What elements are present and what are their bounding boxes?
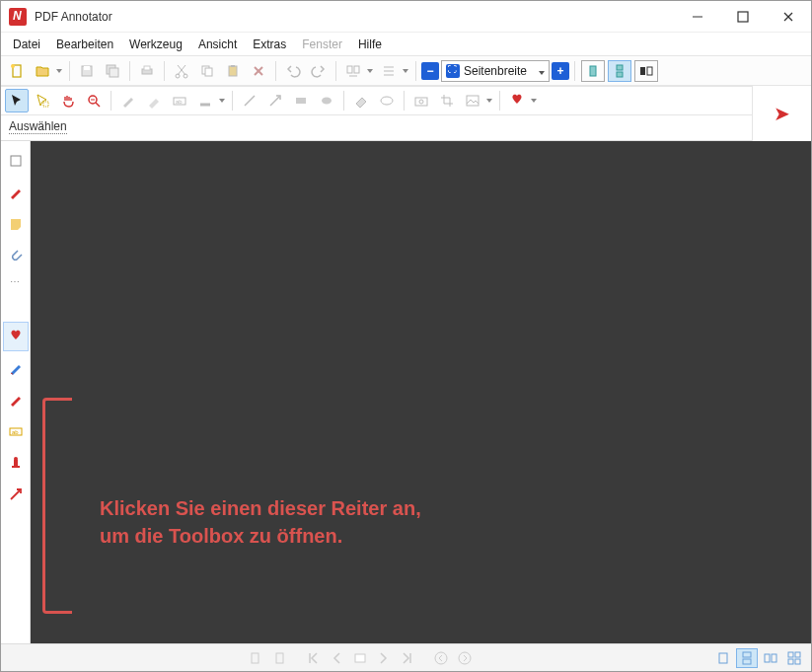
first-page-button[interactable] — [302, 648, 324, 668]
favorites-dropdown[interactable] — [529, 99, 539, 103]
svg-point-44 — [419, 100, 423, 104]
sidebar-tab-attachment[interactable] — [3, 241, 29, 270]
paste-button[interactable] — [221, 59, 245, 83]
nav-forward-button[interactable] — [454, 648, 476, 668]
svg-rect-66 — [795, 659, 800, 664]
find-button[interactable] — [341, 59, 365, 83]
crop-button[interactable] — [435, 89, 459, 112]
view-two-continuous-button[interactable] — [783, 648, 805, 668]
tool-description: Auswählen — [1, 115, 752, 141]
svg-rect-64 — [795, 652, 800, 657]
open-dropdown[interactable] — [54, 69, 64, 73]
sidebar-tab-stamp[interactable] — [3, 448, 29, 478]
redo-button[interactable] — [307, 59, 331, 83]
svg-rect-11 — [144, 66, 150, 70]
line-tool-button[interactable] — [238, 89, 261, 112]
zoom-tool-button[interactable] — [82, 89, 106, 112]
underline-dropdown[interactable] — [217, 99, 227, 103]
delete-button[interactable] — [247, 59, 270, 83]
snapshot-button[interactable] — [409, 89, 433, 112]
document-canvas[interactable]: Klicken Sie einen dieser Reiter an, um d… — [31, 141, 811, 643]
sidebar-tab-checkbox[interactable] — [3, 146, 29, 176]
pan-tool-button[interactable] — [56, 89, 80, 112]
sidebar-tab-note[interactable] — [3, 209, 29, 239]
sidebar-tab-textbox[interactable]: ab — [3, 416, 29, 446]
text-tool-button[interactable]: ab — [168, 89, 191, 112]
annotations-list-dropdown[interactable] — [401, 69, 410, 73]
svg-rect-15 — [205, 68, 212, 76]
find-dropdown[interactable] — [365, 69, 375, 73]
next-page-button[interactable] — [373, 648, 395, 668]
menu-view[interactable]: Ansicht — [192, 36, 243, 53]
nav-back-button[interactable] — [430, 648, 452, 668]
zoom-in-button[interactable]: + — [552, 62, 569, 80]
hint-text: Klicken Sie einen dieser Reiter an, um d… — [100, 494, 421, 550]
menu-file[interactable]: Datei — [7, 36, 46, 53]
close-button[interactable] — [766, 1, 811, 33]
page-rotate-left-button[interactable] — [245, 648, 266, 668]
save-as-button[interactable] — [101, 59, 124, 83]
marker-tool-button[interactable] — [142, 89, 166, 112]
svg-rect-55 — [355, 654, 365, 662]
layout-single-button[interactable] — [581, 60, 605, 82]
svg-rect-7 — [84, 66, 90, 70]
last-page-button[interactable] — [397, 648, 418, 668]
sidebar-tab-pen[interactable] — [3, 178, 29, 207]
svg-rect-28 — [617, 72, 623, 77]
svg-line-33 — [96, 103, 100, 107]
image-tool-button[interactable] — [461, 89, 484, 112]
svg-rect-17 — [231, 65, 235, 67]
lasso-select-button[interactable] — [31, 89, 54, 112]
minimize-button[interactable] — [675, 1, 720, 33]
text-underline-button[interactable] — [193, 89, 217, 112]
favorites-button[interactable] — [505, 89, 529, 112]
arrow-tool-button[interactable] — [263, 89, 287, 112]
sidebar-tab-pen-blue[interactable] — [3, 353, 29, 383]
view-two-page-button[interactable] — [760, 648, 781, 668]
rectangle-tool-button[interactable] — [289, 89, 313, 112]
image-dropdown[interactable] — [484, 99, 494, 103]
menu-help[interactable]: Hilfe — [352, 36, 388, 53]
print-button[interactable] — [135, 59, 159, 83]
page-rotate-right-button[interactable] — [268, 648, 290, 668]
svg-line-38 — [245, 96, 255, 106]
sidebar-tab-arrow[interactable] — [3, 480, 29, 509]
view-continuous-button[interactable] — [736, 648, 758, 668]
undo-button[interactable] — [281, 59, 305, 83]
copy-button[interactable] — [195, 59, 219, 83]
eraser-tool-button[interactable] — [349, 89, 373, 112]
zoom-out-button[interactable]: − — [421, 62, 439, 80]
menu-tool[interactable]: Werkzeug — [123, 36, 188, 53]
ellipse-tool-button[interactable] — [315, 89, 338, 112]
status-bar — [1, 643, 811, 671]
menu-edit[interactable]: Bearbeiten — [50, 36, 119, 53]
save-button[interactable] — [75, 59, 99, 83]
pen-tool-button[interactable] — [116, 89, 140, 112]
prev-page-button[interactable] — [326, 648, 347, 668]
menu-window: Fenster — [296, 36, 348, 53]
sidebar-tab-favorites[interactable] — [3, 322, 29, 351]
annotations-list-button[interactable] — [377, 59, 401, 83]
svg-rect-58 — [719, 653, 727, 663]
cut-button[interactable] — [170, 59, 193, 83]
svg-text:ab: ab — [12, 429, 19, 435]
svg-rect-43 — [415, 98, 427, 106]
layout-two-page-button[interactable] — [634, 60, 658, 82]
select-tool-button[interactable] — [5, 89, 29, 112]
layout-continuous-button[interactable] — [608, 60, 631, 82]
whiteout-tool-button[interactable] — [375, 89, 399, 112]
page-number-field[interactable] — [349, 648, 371, 668]
menu-extras[interactable]: Extras — [247, 36, 292, 53]
cursor-icon: ➤ — [774, 102, 790, 125]
svg-rect-16 — [229, 66, 237, 76]
svg-rect-27 — [617, 65, 623, 70]
annotation-toolbar: ab — [1, 86, 752, 115]
zoom-dropdown-icon — [539, 64, 545, 78]
new-button[interactable] — [5, 59, 29, 83]
zoom-select[interactable]: Seitenbreite — [441, 60, 550, 82]
view-single-button[interactable] — [712, 648, 734, 668]
open-button[interactable] — [31, 59, 54, 83]
maximize-button[interactable] — [720, 1, 766, 33]
hint-bracket — [42, 398, 72, 614]
sidebar-tab-pencil[interactable] — [3, 385, 29, 414]
